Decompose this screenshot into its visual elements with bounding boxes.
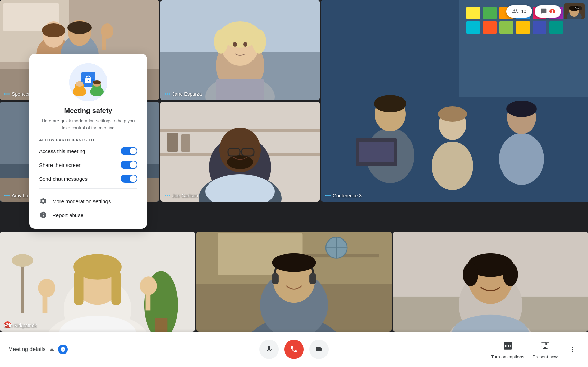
end-call-button[interactable] [284, 340, 304, 359]
svg-point-106 [503, 263, 518, 286]
participants-button[interactable]: 10 [506, 5, 532, 18]
svg-rect-72 [155, 318, 168, 332]
chevron-up-icon [50, 348, 54, 351]
svg-point-40 [432, 142, 473, 190]
bottom-video-row: Erin Kirkpatrick [0, 232, 588, 332]
svg-point-105 [463, 263, 478, 286]
bottom-bar: Meeting details [0, 332, 588, 367]
svg-point-21 [243, 42, 247, 47]
more-options-button[interactable] [566, 342, 580, 356]
video-cell-conference: Conference 3 [321, 0, 588, 202]
safety-title: Meeting safety [39, 107, 137, 115]
audio-indicator-amy [4, 195, 10, 196]
svg-rect-79 [74, 271, 84, 305]
toggle-thumb-chat [130, 175, 137, 182]
center-controls [259, 340, 329, 359]
svg-point-115 [88, 80, 89, 81]
people-icon [512, 8, 519, 15]
more-moderation-label: More moderation settings [52, 198, 111, 204]
audio-indicator [4, 93, 10, 95]
video-cell-bottom2 [393, 232, 588, 332]
svg-rect-31 [466, 21, 480, 34]
audio-indicator-jane [165, 93, 170, 95]
svg-rect-61 [181, 134, 190, 152]
toggle-access[interactable] [121, 147, 137, 155]
svg-point-8 [67, 21, 92, 34]
svg-rect-82 [43, 294, 48, 313]
video-cell-joe: Joe Carlson [160, 102, 320, 202]
allow-participants-label: ALLOW PARTICIPANTS TO [39, 138, 137, 142]
shield-lock-icon [58, 345, 68, 354]
safety-description: Here are quick moderation settings to he… [39, 117, 137, 131]
present-now-button[interactable]: Present now [533, 340, 558, 359]
svg-rect-73 [21, 263, 24, 313]
svg-rect-36 [549, 21, 563, 34]
top-right-controls: 10 1 You [506, 3, 585, 19]
captions-button[interactable]: Turn on captions [491, 340, 524, 359]
svg-rect-47 [359, 142, 394, 162]
camera-button[interactable] [309, 340, 329, 359]
video-cell-bottom1 [196, 232, 392, 332]
safety-panel: Meeting safety Here are quick moderation… [29, 54, 147, 229]
chat-badge: 1 [549, 9, 555, 13]
chat-icon [540, 8, 547, 15]
svg-point-18 [214, 29, 228, 54]
self-preview: You [564, 3, 585, 19]
toggle-screen[interactable] [121, 161, 137, 169]
participant-name-jane: Jane Esparza [165, 91, 202, 97]
svg-point-45 [506, 101, 537, 117]
report-abuse-label: Report abuse [52, 212, 83, 218]
participants-count: 10 [521, 9, 526, 14]
video-cell-erin: Erin Kirkpatrick [0, 232, 195, 332]
toggle-row-access: Access this meeting [39, 147, 137, 155]
svg-rect-22 [216, 79, 264, 100]
participant-name-amy: Amy Lu [4, 193, 28, 198]
video-cell-jane: Jane Esparza [160, 0, 320, 100]
toggle-thumb-access [130, 148, 137, 154]
chat-button[interactable]: 1 [535, 5, 561, 18]
safety-icon-area [39, 63, 137, 101]
audio-indicator-conference [325, 195, 331, 196]
svg-rect-97 [309, 273, 316, 284]
microphone-button[interactable] [259, 340, 279, 359]
toggle-row-chat: Send chat messages [39, 175, 137, 183]
meeting-details-section[interactable]: Meeting details [8, 345, 68, 354]
toggle-label-chat: Send chat messages [39, 176, 88, 182]
more-moderation-action[interactable]: More moderation settings [39, 194, 137, 208]
you-label: You [574, 6, 582, 10]
info-circle-icon [39, 211, 47, 219]
svg-rect-96 [272, 273, 279, 284]
participant-name-conference: Conference 3 [325, 193, 362, 198]
participant-name-joe: Joe Carlson [165, 193, 198, 198]
captions-icon [502, 340, 514, 352]
svg-rect-60 [167, 133, 178, 152]
svg-rect-80 [111, 271, 121, 305]
svg-rect-25 [466, 7, 480, 19]
toggle-row-screen: Share their screen [39, 161, 137, 169]
svg-rect-32 [483, 21, 497, 34]
svg-point-20 [233, 42, 237, 47]
captions-label: Turn on captions [491, 354, 524, 359]
svg-point-74 [12, 254, 33, 267]
svg-point-122 [93, 80, 101, 84]
right-controls: Turn on captions Present now [491, 340, 580, 359]
svg-rect-10 [102, 33, 106, 50]
report-abuse-action[interactable]: Report abuse [39, 208, 137, 222]
svg-point-5 [42, 23, 65, 37]
svg-point-68 [227, 155, 253, 169]
svg-point-98 [272, 253, 316, 272]
svg-rect-26 [483, 7, 497, 19]
svg-rect-84 [146, 291, 151, 310]
svg-point-42 [438, 106, 467, 122]
toggle-thumb-screen [130, 161, 137, 168]
svg-point-43 [499, 133, 544, 185]
svg-point-19 [252, 29, 266, 54]
panel-divider [39, 188, 137, 189]
toggle-chat[interactable] [121, 175, 137, 183]
svg-point-118 [76, 81, 83, 87]
svg-rect-35 [533, 21, 546, 34]
meeting-details-label: Meeting details [8, 346, 46, 352]
svg-point-39 [374, 95, 406, 112]
gear-icon [39, 197, 47, 205]
safety-circle [69, 63, 107, 101]
